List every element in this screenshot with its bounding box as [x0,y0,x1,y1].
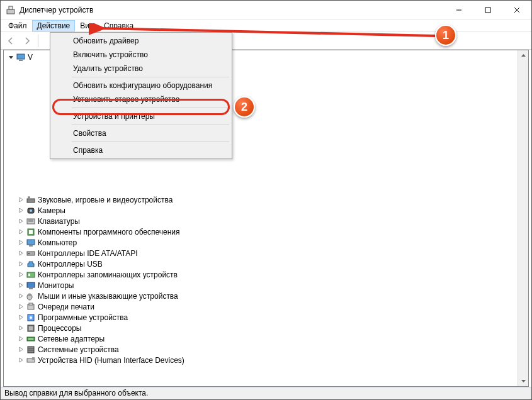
back-button[interactable] [3,33,18,48]
device-category-icon [26,270,36,280]
tree-node[interactable]: Звуковые, игровые и видеоустройства [4,194,528,205]
statusbar-text: Вывод справки для выбранного объекта. [4,389,148,397]
tree-node-label: Компоненты программного обеспечения [38,228,180,236]
expander-closed-icon[interactable] [16,238,25,247]
tree-node-label: Мыши и иные указывающие устройства [38,292,178,301]
tree-node[interactable]: Компьютер [4,237,528,248]
tree-node[interactable]: Мониторы [4,280,528,291]
svg-rect-23 [27,282,35,287]
tree-node[interactable]: Устройства HID (Human Interface Devices) [4,355,528,365]
close-button[interactable] [502,1,531,19]
tree-node[interactable]: Контроллеры IDE ATA/ATAPI [4,248,528,258]
tree-node[interactable]: Процессоры [4,323,528,333]
annotation-callout-2: 2 [234,96,255,118]
tree-node[interactable]: Мыши и иные указывающие устройства [4,291,528,301]
svg-point-20 [28,253,30,254]
expander-open-icon[interactable] [6,53,15,62]
svg-rect-24 [29,288,33,289]
svg-rect-35 [28,347,34,353]
tree-node[interactable]: Системные устройства [4,344,528,355]
tree-node[interactable]: Контроллеры запоминающих устройств [4,269,528,280]
svg-rect-1 [9,6,13,9]
expander-closed-icon[interactable] [16,260,25,269]
tree-node[interactable]: Камеры [4,205,528,216]
svg-rect-3 [485,8,490,13]
annotation-callout-1: 1 [435,25,456,46]
device-category-icon [26,345,36,355]
menu-enable-device[interactable]: Включить устройство [52,48,230,62]
tree-node-label: Контроллеры IDE ATA/ATAPI [38,249,138,258]
expander-closed-icon[interactable] [16,324,25,333]
tree-node[interactable]: Клавиатуры [4,216,528,226]
expander-closed-icon[interactable] [16,292,25,301]
device-category-icon [26,238,36,248]
expander-closed-icon[interactable] [16,217,25,226]
tree-node-label: Системные устройства [38,345,119,354]
svg-rect-0 [7,9,14,14]
svg-point-9 [28,196,30,199]
device-category-icon [26,248,36,258]
tree-node[interactable]: Программные устройства [4,312,528,323]
device-category-icon [26,355,36,365]
minimize-button[interactable] [444,1,473,19]
device-category-icon [26,206,36,216]
device-category-icon [26,216,36,226]
device-category-icon [26,259,36,269]
menu-add-legacy[interactable]: Установить старое устройство [52,92,230,106]
menu-separator [72,77,229,77]
expander-closed-icon[interactable] [16,313,25,322]
menu-update-driver[interactable]: Обновить драйвер [52,34,230,48]
forward-button[interactable] [20,33,35,48]
svg-rect-19 [27,252,35,255]
expander-closed-icon[interactable] [16,196,25,204]
expander-closed-icon[interactable] [16,206,25,215]
menu-devices-printers[interactable]: Устройства и принтеры [52,109,230,123]
menu-action[interactable]: Действие [32,20,76,31]
tree-root-label: V [28,53,33,62]
scrollbar-vertical[interactable] [518,50,528,386]
device-category-icon [26,323,36,333]
svg-point-30 [30,316,32,319]
maximize-button[interactable] [473,1,502,19]
tree-node-label: Программные устройства [38,313,128,322]
expander-closed-icon[interactable] [16,356,25,365]
menu-dropdown-help[interactable]: Справка [52,143,230,157]
expander-closed-icon[interactable] [16,335,25,343]
expander-closed-icon[interactable] [16,249,25,258]
expander-closed-icon[interactable] [16,303,25,311]
scroll-up-icon[interactable] [518,50,528,61]
device-category-icon [26,302,36,312]
tree-node-label: Устройства HID (Human Interface Devices) [38,356,184,365]
menu-scan-hardware[interactable]: Обновить конфигурацию оборудования [52,79,230,92]
scroll-down-icon[interactable] [518,375,528,386]
expander-closed-icon[interactable] [16,345,25,354]
tree-node[interactable]: Очереди печати [4,301,528,312]
tree-node[interactable]: Сетевые адаптеры [4,333,528,344]
tree-node-label: Контроллеры запоминающих устройств [38,270,178,279]
expander-closed-icon[interactable] [16,228,25,236]
svg-rect-39 [32,357,35,360]
menu-view[interactable]: Вид [75,20,99,31]
menu-separator [72,125,229,125]
tree-node-label: Процессоры [38,324,82,333]
menu-file[interactable]: Файл [3,20,32,31]
svg-rect-21 [27,272,35,277]
expander-closed-icon[interactable] [16,281,25,290]
menu-remove-device[interactable]: Удалить устройство [52,62,230,75]
menu-help[interactable]: Справка [99,20,139,31]
action-dropdown: Обновить драйвер Включить устройство Уда… [50,32,232,159]
tree-node-label: Компьютер [38,238,77,247]
tree-node[interactable]: Компоненты программного обеспечения [4,226,528,237]
titlebar: Диспетчер устройств [1,1,531,19]
device-category-icon [26,313,36,323]
tree-node-label: Мониторы [38,281,74,290]
svg-rect-18 [29,245,33,247]
svg-rect-7 [19,60,23,61]
tree-node[interactable]: Контроллеры USB [4,258,528,269]
svg-rect-28 [29,303,33,305]
menu-properties[interactable]: Свойства [52,126,230,140]
menu-separator [72,142,229,142]
expander-closed-icon[interactable] [16,270,25,279]
svg-rect-17 [27,240,35,245]
statusbar: Вывод справки для выбранного объекта. [1,387,531,399]
